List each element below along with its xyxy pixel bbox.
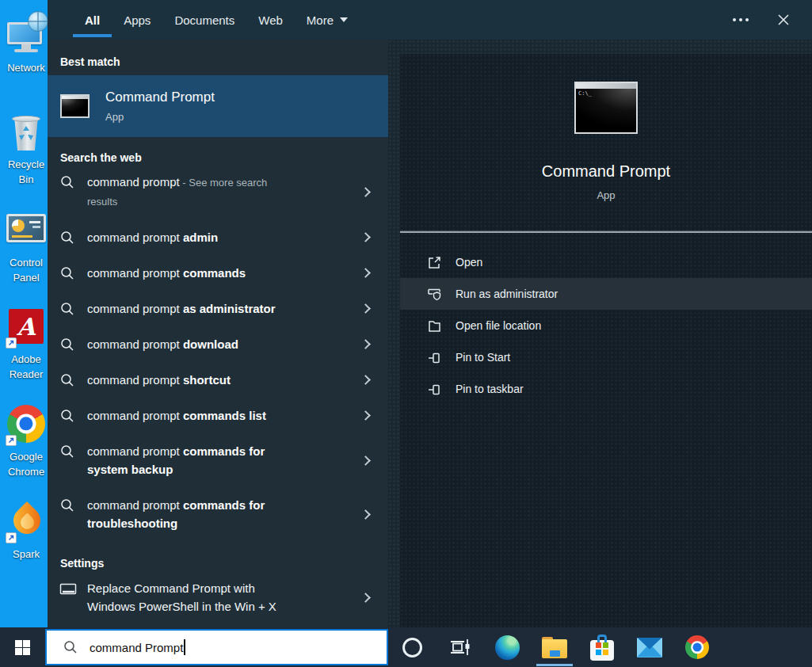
file-explorer-button[interactable] <box>531 627 578 667</box>
search-input[interactable]: command Prompt <box>90 641 183 654</box>
desktop-icon-network[interactable]: Network <box>0 11 52 75</box>
preview-region: C:\_ Command Prompt App Open <box>388 40 812 627</box>
chevron-right-icon <box>360 303 371 314</box>
search-window: All Apps Documents Web More Best match C… <box>48 0 812 627</box>
desktop-icon-label: Control Panel <box>0 255 52 285</box>
chrome-button[interactable] <box>673 627 721 667</box>
chevron-right-icon <box>360 410 371 421</box>
desktop-icon-label: Google Chrome <box>0 449 52 479</box>
web-suggestion[interactable]: command prompt commands list <box>48 398 388 433</box>
best-match-title: Command Prompt <box>105 90 215 105</box>
search-icon <box>59 372 75 388</box>
desktop-icon-label: Adobe Reader <box>0 352 52 382</box>
command-prompt-icon-large: C:\_ <box>574 82 638 134</box>
open-app-indicator <box>536 664 573 666</box>
chrome-icon <box>4 400 48 446</box>
action-open-file-location[interactable]: Open file location <box>400 310 812 341</box>
results-list: Best match Command Prompt App Search the… <box>48 40 388 627</box>
store-button[interactable] <box>578 627 626 667</box>
chevron-right-icon <box>360 375 371 385</box>
desktop-icon-label: Spark <box>0 547 52 562</box>
search-icon <box>59 265 75 281</box>
desktop-icon-recycle-bin[interactable]: Recycle Bin <box>0 108 52 187</box>
divider <box>400 231 812 233</box>
desktop-icon-spark[interactable]: Spark <box>0 497 52 562</box>
display-icon <box>59 581 77 597</box>
chevron-right-icon <box>360 509 371 520</box>
settings-result[interactable]: Replace Command Prompt with Windows Powe… <box>48 571 388 623</box>
edge-icon <box>495 635 520 660</box>
best-match-header: Best match <box>48 55 388 68</box>
chevron-right-icon <box>360 187 371 197</box>
taskbar-search-box[interactable]: command Prompt <box>45 629 388 665</box>
chevron-right-icon <box>360 455 371 466</box>
desktop-icon-adobe-reader[interactable]: A Adobe Reader <box>0 303 52 382</box>
preview-title: Command Prompt <box>400 162 812 181</box>
close-button[interactable] <box>772 9 795 31</box>
pin-icon <box>427 350 442 365</box>
settings-result-label: Replace Command Prompt with Windows Powe… <box>87 579 287 616</box>
shortcut-arrow-icon <box>6 337 17 349</box>
task-view-button[interactable] <box>436 627 483 667</box>
search-icon <box>59 497 75 513</box>
cortana-button[interactable] <box>388 627 436 667</box>
mail-button[interactable] <box>626 627 673 667</box>
web-suggestion[interactable]: command prompt admin <box>48 219 388 255</box>
chrome-icon <box>685 635 709 659</box>
taskbar: command Prompt <box>0 627 812 667</box>
search-tab-bar: All Apps Documents Web More <box>48 0 812 40</box>
tab-all[interactable]: All <box>73 0 112 40</box>
best-match-result[interactable]: Command Prompt App <box>48 75 388 137</box>
web-suggestion[interactable]: command prompt download <box>48 326 388 362</box>
tab-apps[interactable]: Apps <box>112 0 162 40</box>
store-icon <box>590 635 614 661</box>
preview-subtitle: App <box>400 189 812 201</box>
chevron-right-icon <box>360 339 371 349</box>
web-suggestion[interactable]: command prompt commands for system backu… <box>48 433 388 487</box>
search-icon <box>63 639 78 655</box>
action-open[interactable]: Open <box>400 246 812 278</box>
windows-logo-icon <box>15 640 30 655</box>
search-icon <box>59 408 75 424</box>
web-suggestion[interactable]: command prompt - See more search results <box>48 164 388 219</box>
settings-header: Settings <box>48 557 388 570</box>
chevron-right-icon <box>360 268 371 278</box>
network-icon <box>4 11 48 57</box>
web-suggestion[interactable]: command prompt shortcut <box>48 362 388 398</box>
tab-more[interactable]: More <box>295 0 360 40</box>
action-pin-to-taskbar[interactable]: Pin to taskbar <box>400 373 812 405</box>
more-options-button[interactable] <box>730 12 752 28</box>
preview-pane: C:\_ Command Prompt App Open <box>400 54 812 627</box>
search-icon <box>59 444 75 459</box>
tab-web[interactable]: Web <box>246 0 295 40</box>
tab-documents[interactable]: Documents <box>162 0 246 40</box>
web-suggestion[interactable]: command prompt commands for troubleshoot… <box>48 487 388 541</box>
best-match-subtitle: App <box>105 111 215 123</box>
search-the-web-header: Search the web <box>48 151 388 164</box>
search-icon <box>59 230 75 246</box>
desktop-icon-control-panel[interactable]: Control Panel <box>0 206 52 285</box>
close-icon <box>777 13 790 26</box>
chevron-down-icon <box>340 17 348 22</box>
text-cursor <box>184 639 185 655</box>
context-actions: Open Run as administrator Open file <box>400 246 812 405</box>
web-suggestion[interactable]: command prompt commands <box>48 255 388 291</box>
chevron-right-icon <box>360 593 371 603</box>
recycle-bin-icon <box>4 108 48 154</box>
folder-location-icon <box>427 318 442 334</box>
admin-shield-icon <box>427 287 442 302</box>
command-prompt-icon <box>60 94 90 118</box>
chevron-right-icon <box>360 232 371 242</box>
start-button[interactable] <box>0 627 45 667</box>
desktop-icon-google-chrome[interactable]: Google Chrome <box>0 400 52 479</box>
spark-flame-icon <box>4 497 48 543</box>
desktop-icon-label: Recycle Bin <box>0 157 52 187</box>
file-explorer-icon <box>542 637 567 658</box>
search-icon <box>59 301 75 317</box>
action-pin-to-start[interactable]: Pin to Start <box>400 341 812 373</box>
open-icon <box>427 255 442 270</box>
web-suggestion[interactable]: command prompt as administrator <box>48 291 388 326</box>
edge-button[interactable] <box>483 627 531 667</box>
shortcut-arrow-icon <box>6 435 17 446</box>
action-run-as-administrator[interactable]: Run as administrator <box>400 278 812 310</box>
